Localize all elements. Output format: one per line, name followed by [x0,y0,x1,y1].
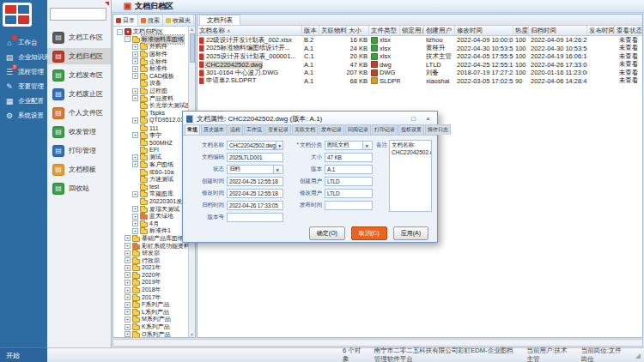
expand-toggle-icon[interactable]: + [125,280,131,286]
expand-toggle-icon[interactable] [132,103,138,109]
expand-toggle-icon[interactable] [132,81,138,87]
column-header[interactable]: 大小 [347,26,369,35]
module-item[interactable]: 回收站 [47,180,111,196]
expand-toggle-icon[interactable]: + [132,66,138,72]
cancel-button[interactable]: 取消(C) [351,226,387,240]
expand-toggle-icon[interactable]: + [132,51,138,57]
dialog-tab[interactable]: 授权设置 [398,124,424,135]
expand-toggle-icon[interactable] [132,147,138,153]
module-search-input[interactable] [50,8,106,21]
dialog-tab[interactable]: 关联文档 [292,124,318,135]
dialog-tab[interactable]: 打印记录 [372,124,398,135]
table-row[interactable]: 22级设计开发计划表_002.xlsx B.2 16 KB xlsx [197,36,642,45]
expand-toggle-icon[interactable]: + [125,235,131,241]
expand-toggle-icon[interactable]: + [132,44,138,50]
dialog-tab[interactable]: 流程 [228,124,243,135]
expand-toggle-icon[interactable]: + [132,206,138,212]
category-combo[interactable]: 图纸文档▼ [325,141,373,150]
chevron-down-icon[interactable]: ▼ [273,166,281,173]
scroll-thumb[interactable] [190,33,195,63]
module-item[interactable]: 文档发布区 [47,67,111,83]
expand-toggle-icon[interactable] [132,177,138,183]
expand-toggle-icon[interactable]: + [125,324,131,330]
module-item[interactable]: 文档工作区 [47,29,111,45]
expand-toggle-icon[interactable]: + [125,250,131,256]
expand-toggle-icon[interactable]: + [125,317,131,323]
expand-toggle-icon[interactable]: + [132,220,138,226]
dialog-tab[interactable]: 回阅记录 [345,124,371,135]
doc-name-combo[interactable]: CHC22042502.dwg▼ [227,141,283,150]
expand-toggle-icon[interactable]: + [132,88,138,94]
column-header[interactable]: 修改时间 [455,26,513,35]
tree-tab[interactable]: 收藏夹 [163,15,194,26]
dialog-titlebar[interactable]: 文档属性: CHC22042502.dwg (版本: A.1) □ × [183,112,437,125]
module-item[interactable]: 个人文件区 [47,105,111,121]
column-header[interactable]: 热度 [513,26,529,35]
scroll-down-icon[interactable]: ▼ [190,332,194,337]
file-name-cell[interactable]: 301-0164 中心波刀.DWG [197,69,302,77]
expand-toggle-icon[interactable] [132,125,138,131]
expand-toggle-icon[interactable]: + [132,214,138,220]
maximize-button[interactable]: □ [408,115,419,123]
column-header[interactable]: 文档名称 ∧ [197,26,302,35]
file-name-cell[interactable]: 2025标准物料编图纸设计开... [197,44,302,52]
table-row[interactable]: 301-0164 中心波刀.DWG A.1 207 KB DWG [197,69,642,77]
expand-toggle-icon[interactable]: + [132,228,138,234]
expand-toggle-icon[interactable] [132,110,138,116]
column-header[interactable]: 查看状态 [615,26,642,35]
expand-toggle-icon[interactable]: - [125,36,131,42]
column-header[interactable]: 发布时间 [587,26,615,35]
column-header[interactable]: 版本 [302,26,319,35]
close-button[interactable]: × [422,115,434,123]
file-name-cell[interactable]: CHC22042502.dwg [197,61,302,69]
tab-document-list[interactable]: 文档列表 [199,15,240,25]
table-row[interactable]: 2025标准物料编图纸设计开... A.1 24 KB xlsx [197,45,642,53]
nav-item[interactable]: ⌂ 工作台 [0,35,47,50]
expand-toggle-icon[interactable]: + [132,95,138,101]
module-item[interactable]: 文档模板 [47,161,111,178]
expand-toggle-icon[interactable]: + [132,154,138,160]
expand-toggle-icon[interactable] [132,198,138,204]
expand-toggle-icon[interactable]: - [117,29,123,35]
expand-toggle-icon[interactable]: + [125,309,131,315]
chevron-down-icon[interactable]: ▼ [362,142,370,149]
expand-toggle-icon[interactable]: + [132,73,138,79]
file-name-cell[interactable]: 2025设计开发计划表_000001... [197,52,302,61]
dialog-tab[interactable]: 变更记录 [265,124,291,135]
nav-item[interactable]: ⚙ 系统设置 [0,108,47,123]
column-header[interactable]: 锁定用户 [400,26,424,35]
version-no-field[interactable] [227,213,283,222]
dialog-tab[interactable]: 操作日志 [425,124,451,135]
table-row[interactable]: 2025设计开发计划表_000001... C.1 20 KB xlsx [197,52,642,61]
nav-item[interactable]: ☰ 3 流程管理 [0,64,47,79]
dialog-tab[interactable]: 常规 [185,124,200,135]
file-name-cell[interactable]: 22级设计开发计划表_002.xlsx [197,36,302,45]
file-name-cell[interactable]: 申请单2.SLDPRT [197,76,302,85]
table-row[interactable]: CHC22042502.dwg A.1 47 KB dwg [197,61,642,69]
table-row[interactable]: 申请单2.SLDPRT A.1 68 KB SLDPRT [197,77,642,86]
expand-toggle-icon[interactable] [132,184,138,190]
expand-toggle-icon[interactable]: + [132,161,138,167]
module-item[interactable]: 文档归档区 [47,48,111,64]
expand-toggle-icon[interactable] [132,140,138,146]
start-button[interactable]: 开始 [0,347,47,362]
expand-toggle-icon[interactable]: + [125,265,131,271]
nav-item[interactable]: ✎ 变更管理 [0,79,47,94]
expand-toggle-icon[interactable]: + [125,243,131,249]
nav-item[interactable]: ▦ 企业配置 [0,94,47,108]
expand-toggle-icon[interactable]: + [125,257,131,263]
resize-grip[interactable]: ◢ [635,352,641,359]
module-item[interactable]: 文档废止区 [47,86,111,102]
tree-node[interactable]: + O系列产品 [115,330,195,337]
expand-toggle-icon[interactable]: + [125,287,131,293]
apply-button[interactable]: 应用(A) [393,226,428,240]
tree-node[interactable]: 长光华大测试图纸 [115,102,195,110]
horizontal-scrollbar[interactable] [112,339,643,347]
module-item[interactable]: 打印管理 [47,142,111,159]
expand-toggle-icon[interactable]: + [125,294,131,300]
nav-item[interactable]: ▤ 企业知识库 [0,50,47,64]
expand-toggle-icon[interactable]: + [125,272,131,278]
tree-tab[interactable]: 目录 [113,15,138,26]
expand-toggle-icon[interactable]: + [125,331,131,337]
doc-code-field[interactable]: 2025LTLD001 [227,153,283,162]
